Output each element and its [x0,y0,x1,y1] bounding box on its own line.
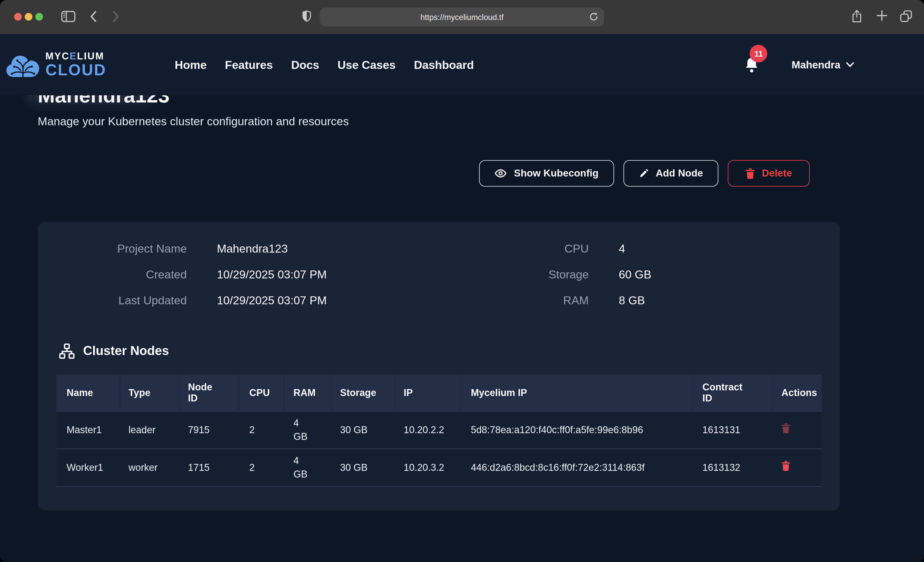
url-text: https://myceliumcloud.tf [420,13,503,21]
forward-icon[interactable] [112,10,120,22]
privacy-shield-icon[interactable] [302,10,312,23]
nav-item-dashboard[interactable]: Dashboard [414,58,474,72]
zoom-window-button[interactable] [35,13,43,21]
show-kubeconfig-button[interactable]: Show Kubeconfig [479,160,614,187]
table-row: Worker1 worker 1715 2 4 GB 30 GB 10.20.3… [56,449,822,486]
cell-mycelium-ip: 446:d2a6:8bcd:8c16:ff0f:72e2:3114:863f [461,449,693,486]
table-row: Master1 leader 7915 2 4 GB 30 GB 10.20.2… [56,411,822,449]
col-mycelium-ip: Mycelium IP [461,375,693,411]
cluster-info: Project Name Mahendra123 Created 10/29/2… [38,242,840,320]
cell-cpu: 2 [240,411,284,449]
cell-name: Worker1 [56,449,119,486]
table-header-row: Name Type Node ID CPU RAM Storage IP Myc… [56,375,822,411]
col-ram: RAM [284,375,331,411]
cluster-info-left: Project Name Mahendra123 Created 10/29/2… [54,242,438,320]
col-name: Name [56,375,119,411]
new-tab-icon[interactable] [876,10,888,21]
mycelium-cloud-logo-icon [6,51,40,78]
user-name: Mahendra [792,59,840,71]
nav-item-docs[interactable]: Docs [291,58,319,72]
brand-logo[interactable]: MYCELIUM CLOUD [6,51,106,78]
main-content: Mahendra123 Manage your Kubernetes clust… [0,84,924,510]
delete-cluster-button[interactable]: Delete [728,160,810,187]
cell-actions [772,449,822,486]
cell-type: leader [119,411,178,449]
cell-ip: 10.20.2.2 [394,411,461,449]
browser-window: https://myceliumcloud.tf [0,0,924,562]
cell-storage: 30 GB [331,411,394,449]
cell-ram: 4 GB [284,411,331,449]
cluster-info-right: CPU 4 Storage 60 GB RAM 8 GB [438,242,823,320]
info-row-cpu: CPU 4 [438,242,823,256]
sidebar-toggle-icon[interactable] [61,10,75,22]
share-icon[interactable] [851,9,863,24]
site-navbar: MYCELIUM CLOUD Home Features Docs Use Ca… [0,34,924,95]
col-ip: IP [394,375,461,411]
cell-type: worker [119,449,178,486]
col-node-id: Node ID [178,375,240,411]
info-row-ram: RAM 8 GB [438,294,823,307]
col-storage: Storage [331,375,394,411]
info-row-project-name: Project Name Mahendra123 [54,242,438,256]
cell-ram: 4 GB [284,449,331,486]
cell-mycelium-ip: 5d8:78ea:a120:f40c:ff0f:a5fe:99e6:8b96 [461,411,693,449]
col-type: Type [119,375,178,411]
screenshot-root: https://myceliumcloud.tf [0,0,924,562]
cell-cpu: 2 [240,449,284,486]
cluster-actions: Show Kubeconfig Add Node Delete [0,160,924,187]
address-bar[interactable]: https://myceliumcloud.tf [320,8,604,27]
nav-item-features[interactable]: Features [225,58,273,72]
close-window-button[interactable] [14,13,22,21]
col-actions: Actions [772,375,822,411]
cluster-panel: Project Name Mahendra123 Created 10/29/2… [38,222,840,510]
cell-contract-id: 1613132 [693,449,772,486]
cluster-nodes-heading: Cluster Nodes [59,343,840,359]
info-row-storage: Storage 60 GB [438,268,823,281]
tab-overview-icon[interactable] [900,10,912,22]
notification-badge: 11 [750,45,768,63]
cell-actions [772,411,822,449]
nav-item-use-cases[interactable]: Use Cases [338,58,396,72]
delete-node-button[interactable] [782,423,790,433]
nodes-table: Name Type Node ID CPU RAM Storage IP Myc… [56,375,821,487]
browser-toolbar: https://myceliumcloud.tf [0,0,924,34]
nav-links: Home Features Docs Use Cases Dashboard [175,58,474,72]
delete-node-button[interactable] [782,461,790,471]
chevron-down-icon [846,62,854,67]
cell-storage: 30 GB [331,449,394,486]
pencil-icon [639,169,649,179]
notifications-button[interactable]: 11 [744,56,760,73]
back-icon[interactable] [90,10,97,22]
cell-contract-id: 1613131 [693,411,772,449]
trash-icon [782,423,790,433]
user-menu[interactable]: Mahendra [792,59,855,71]
trash-icon [782,461,790,471]
cell-node-id: 7915 [178,411,240,449]
col-cpu: CPU [240,375,284,411]
trash-icon [746,168,755,179]
cell-node-id: 1715 [178,449,240,486]
nav-item-home[interactable]: Home [175,58,207,72]
brand-wordmark: MYCELIUM CLOUD [45,51,106,78]
info-row-last-updated: Last Updated 10/29/2025 03:07 PM [54,294,438,307]
col-contract-id: Contract ID [693,375,772,411]
cluster-nodes-icon [59,343,75,359]
navbar-right: 11 Mahendra [744,56,855,73]
minimize-window-button[interactable] [25,13,33,21]
eye-icon [495,169,507,178]
cell-ip: 10.20.3.2 [394,449,461,486]
add-node-button[interactable]: Add Node [623,160,718,187]
reload-icon[interactable] [589,12,599,22]
cell-name: Master1 [56,411,119,449]
page-subtitle: Manage your Kubernetes cluster configura… [0,115,924,129]
info-row-created: Created 10/29/2025 03:07 PM [54,268,438,281]
